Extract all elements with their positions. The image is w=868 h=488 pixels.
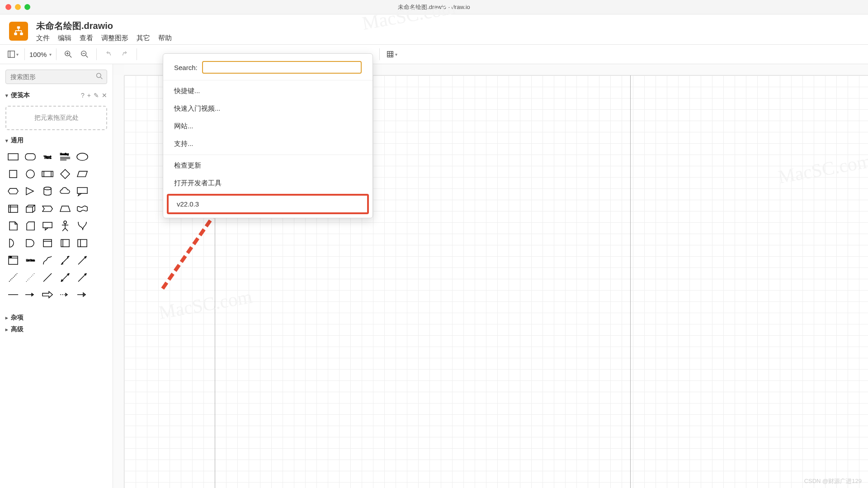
toolbar: ▾ 100%▾ ▾ ▾	[0, 44, 868, 64]
misc-shapes-header[interactable]: ▸杂项	[0, 312, 113, 324]
shape-double-rect[interactable]	[75, 235, 90, 251]
svg-rect-20	[25, 154, 35, 160]
shape-rectangle[interactable]	[5, 149, 21, 164]
scratchpad-header[interactable]: 便笺本 ? + ✎ ✕	[0, 89, 113, 101]
shape-cylinder[interactable]	[40, 183, 55, 199]
shape-line[interactable]	[40, 270, 55, 285]
shape-and-gate[interactable]	[23, 235, 38, 251]
shape-square[interactable]	[5, 166, 21, 182]
document-title[interactable]: 未命名绘图.drawio	[36, 20, 172, 32]
help-menu-quickstart[interactable]: 快速入门视频...	[163, 100, 373, 117]
shape-bidirectional-arrow[interactable]	[57, 253, 73, 268]
shape-empty3	[92, 183, 107, 199]
svg-line-10	[86, 56, 88, 58]
shape-list-item[interactable]: List Item	[23, 253, 38, 268]
undo-button[interactable]	[101, 47, 116, 61]
shape-internal-storage[interactable]	[5, 201, 21, 216]
shape-empty2	[92, 166, 107, 182]
shape-container2[interactable]	[57, 235, 73, 251]
scratchpad-help-button[interactable]: ?	[81, 92, 85, 99]
zoom-in-button[interactable]	[61, 47, 75, 61]
svg-point-38	[64, 221, 66, 224]
sidebar: 便笺本 ? + ✎ ✕ 把元素拖至此处 通用 Text Heading	[0, 64, 113, 488]
shape-dash-h[interactable]	[5, 287, 21, 302]
redo-button[interactable]	[118, 47, 132, 61]
shape-dashed-line[interactable]	[5, 270, 21, 285]
shape-process[interactable]	[40, 166, 55, 182]
close-window-button[interactable]	[5, 4, 11, 10]
svg-point-28	[26, 170, 34, 178]
scratchpad-edit-button[interactable]: ✎	[94, 92, 99, 99]
svg-text:Heading: Heading	[60, 153, 69, 155]
shape-curve[interactable]	[40, 253, 55, 268]
shape-container[interactable]	[40, 235, 55, 251]
shape-curve2[interactable]	[75, 218, 90, 234]
svg-rect-3	[8, 51, 14, 57]
menu-other[interactable]: 其它	[137, 34, 150, 42]
toolbar-divider	[379, 48, 380, 60]
zoom-control[interactable]: 100%▾	[29, 51, 52, 58]
menu-edit[interactable]: 编辑	[58, 34, 71, 42]
help-menu-devtools[interactable]: 打开开发者工具	[163, 174, 373, 192]
shape-search-input[interactable]	[6, 70, 107, 84]
shape-trapezoid[interactable]	[57, 201, 73, 216]
svg-line-57	[43, 273, 52, 282]
menu-adjust-shape[interactable]: 调整图形	[101, 34, 128, 42]
help-menu-check-update[interactable]: 检查更新	[163, 157, 373, 174]
shape-parallelogram[interactable]	[75, 166, 90, 182]
shape-speech[interactable]	[40, 218, 55, 234]
shape-double-arrow[interactable]	[57, 270, 73, 285]
shape-empty4	[92, 201, 107, 216]
shape-actor[interactable]	[57, 218, 73, 234]
help-menu-dropdown: Search: 快捷键... 快速入门视频... 网站... 支持... 检查更…	[163, 53, 373, 218]
shape-dotted-line[interactable]	[23, 270, 38, 285]
zoom-out-button[interactable]	[77, 47, 92, 61]
scratchpad-close-button[interactable]: ✕	[102, 92, 107, 99]
shape-empty9	[92, 287, 107, 302]
svg-rect-45	[61, 239, 69, 247]
shape-tape[interactable]	[75, 201, 90, 216]
maximize-window-button[interactable]	[24, 4, 30, 10]
general-shapes-header[interactable]: 通用	[0, 135, 113, 146]
shape-rounded-rect[interactable]	[23, 149, 38, 164]
shape-step[interactable]	[40, 201, 55, 216]
shape-cube[interactable]	[23, 201, 38, 216]
shape-arrow-open[interactable]	[75, 253, 90, 268]
menu-view[interactable]: 查看	[80, 34, 93, 42]
table-dropdown[interactable]: ▾	[384, 47, 399, 61]
menu-help[interactable]: 帮助	[158, 34, 172, 42]
shape-note[interactable]	[5, 218, 21, 234]
help-menu-shortcuts[interactable]: 快捷键...	[163, 82, 373, 100]
menu-file[interactable]: 文件	[36, 34, 50, 42]
shape-card[interactable]	[23, 218, 38, 234]
shape-thin-arrow-h[interactable]	[23, 287, 38, 302]
shape-cloud[interactable]	[57, 183, 73, 199]
scratchpad-add-button[interactable]: +	[87, 92, 91, 99]
advanced-shapes-header[interactable]: ▸高级	[0, 324, 113, 335]
shape-dotted-arrow-h[interactable]	[57, 287, 73, 302]
shape-list[interactable]: List	[5, 253, 21, 268]
toolbar-divider	[24, 48, 25, 60]
svg-line-54	[78, 256, 86, 264]
shape-callout[interactable]	[75, 183, 90, 199]
shape-circle[interactable]	[23, 166, 38, 182]
svg-rect-47	[78, 239, 87, 247]
help-menu-version[interactable]: v22.0.3	[167, 194, 369, 214]
scratchpad-dropzone[interactable]: 把元素拖至此处	[5, 106, 107, 130]
shape-block-arrow[interactable]	[40, 287, 55, 302]
shape-single-arrow[interactable]	[75, 270, 90, 285]
shape-half-circle[interactable]	[5, 235, 21, 251]
layout-dropdown[interactable]: ▾	[5, 47, 20, 61]
help-menu-website[interactable]: 网站...	[163, 117, 373, 135]
shape-connector[interactable]	[75, 287, 90, 302]
shape-empty8	[92, 270, 107, 285]
minimize-window-button[interactable]	[15, 4, 21, 10]
shape-hexagon[interactable]	[5, 183, 21, 199]
shape-triangle[interactable]	[23, 183, 38, 199]
shape-text[interactable]: Text	[40, 149, 55, 164]
help-menu-support[interactable]: 支持...	[163, 135, 373, 153]
shape-diamond[interactable]	[57, 166, 73, 182]
shape-heading[interactable]: Heading	[57, 149, 73, 164]
shape-ellipse[interactable]	[75, 149, 90, 164]
help-search-input[interactable]	[202, 61, 362, 74]
